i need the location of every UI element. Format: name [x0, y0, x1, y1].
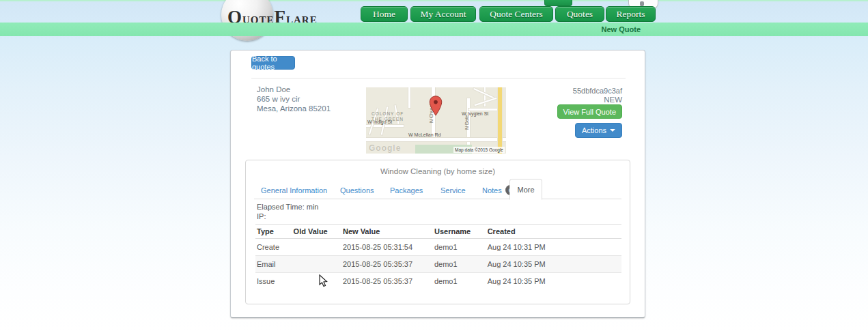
partial-top-button[interactable]: [544, 0, 572, 6]
map-pin-icon[interactable]: [429, 96, 443, 116]
cell-old-value: [292, 273, 341, 290]
tab-bar: General Information Questions Packages S…: [254, 179, 621, 199]
cell-username: demo1: [433, 256, 486, 273]
nav-reports-button[interactable]: Reports: [606, 6, 656, 22]
cell-new-value: 2015-08-25 05:31:54: [341, 239, 433, 256]
back-to-quotes-button[interactable]: Back to quotes: [251, 56, 295, 70]
nav-quote-centers-button[interactable]: Quote Centers: [479, 6, 553, 22]
cell-username: demo1: [433, 239, 486, 256]
customer-address-line2: Mesa, Arizona 85201: [257, 104, 331, 113]
map-street-label: W McLellan Rd: [408, 132, 440, 137]
map-road: [366, 138, 506, 141]
tab-general-information[interactable]: General Information: [258, 181, 330, 199]
tab-questions[interactable]: Questions: [337, 181, 377, 199]
mouse-cursor: [319, 274, 328, 287]
cell-new-value: 2015-08-25 05:35:37: [341, 273, 433, 290]
col-header-type: Type: [255, 225, 292, 239]
ip-label: IP:: [257, 212, 266, 220]
map-road: [484, 87, 486, 106]
table-row: Issue 2015-08-25 05:35:37 demo1 Aug 24 1…: [255, 273, 621, 290]
history-table: Type Old Value New Value Username Create…: [255, 224, 621, 289]
google-watermark: Google: [369, 143, 401, 153]
actions-dropdown-button[interactable]: Actions: [575, 123, 622, 138]
col-header-old-value: Old Value: [292, 225, 341, 239]
nav-my-account-button[interactable]: My Account: [410, 6, 476, 22]
view-full-quote-button[interactable]: View Full Quote: [557, 104, 622, 119]
map-road: [475, 98, 497, 106]
tab-service[interactable]: Service: [438, 181, 468, 199]
quote-detail-card: Back to quotes John Doe 665 w ivy cir Me…: [230, 50, 645, 318]
top-edge-strip: [0, 0, 868, 1]
map-attribution: Map data ©2015 Google: [453, 147, 505, 153]
quote-tabs-panel: Window Cleaning (by home size) General I…: [245, 160, 630, 304]
quote-center-title: Window Cleaning (by home size): [246, 167, 630, 175]
table-header-row: Type Old Value New Value Username Create…: [255, 225, 621, 239]
customer-address-line1: 665 w ivy cir: [257, 94, 331, 104]
map-road: [468, 109, 499, 111]
cell-created: Aug 24 10:31 PM: [486, 239, 621, 256]
cell-type: Email: [255, 256, 292, 273]
nav-quotes-button[interactable]: Quotes: [555, 6, 604, 22]
cell-username: demo1: [433, 273, 486, 290]
cell-new-value: 2015-08-25 05:35:37: [341, 256, 433, 273]
table-row: Create 2015-08-25 05:31:54 demo1 Aug 24 …: [255, 239, 621, 256]
customer-info: John Doe 665 w ivy cir Mesa, Arizona 852…: [257, 85, 331, 113]
quote-status-label: NEW: [604, 96, 622, 104]
cell-old-value: [292, 256, 341, 273]
col-header-username: Username: [433, 225, 486, 239]
tab-packages[interactable]: Packages: [387, 181, 425, 199]
divider: [251, 78, 626, 78]
map-street-label: W Indigo St: [367, 119, 392, 124]
pill-glyph-icon: [640, 1, 644, 6]
actions-label: Actions: [582, 126, 606, 134]
cell-created: Aug 24 10:35 PM: [486, 256, 621, 273]
customer-name: John Doe: [257, 85, 331, 94]
map-road: [408, 87, 410, 108]
map-highway: [498, 87, 502, 154]
cell-created: Aug 24 10:35 PM: [486, 273, 621, 290]
nav-home-button[interactable]: Home: [361, 6, 408, 22]
cell-type: Create: [255, 239, 292, 256]
breadcrumb: New Quote: [602, 25, 641, 33]
caret-down-icon: [610, 129, 615, 132]
table-row: Email 2015-08-25 05:35:37 demo1 Aug 24 1…: [255, 256, 621, 273]
map-area-label: COLONY OF: [372, 111, 404, 116]
tab-notes-label: Notes: [482, 186, 502, 195]
cell-type: Issue: [255, 273, 292, 290]
col-header-new-value: New Value: [341, 225, 433, 239]
map-street-label: N Date: [464, 115, 469, 130]
tab-more-active[interactable]: More: [509, 179, 542, 200]
col-header-created: Created: [486, 225, 621, 239]
quote-id: 55dbfdca9c3af: [573, 87, 622, 95]
elapsed-time-label: Elapsed Time: min: [257, 203, 318, 211]
cell-old-value: [292, 239, 341, 256]
breadcrumb-bar: New Quote: [0, 23, 868, 36]
location-map[interactable]: COLONY OF THE GREEN W Indigo St W McLell…: [366, 87, 506, 154]
